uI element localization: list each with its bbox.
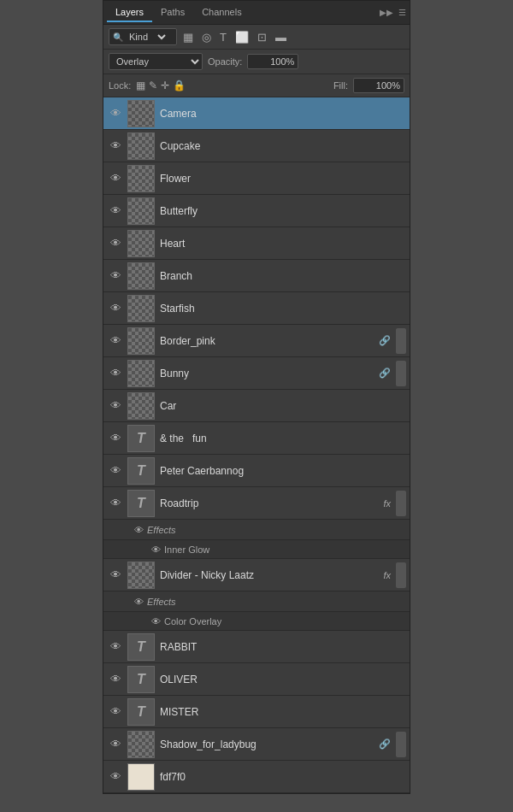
layer-row[interactable]: 👁 T Peter Caerbannog — [103, 455, 410, 487]
layer-row[interactable]: 👁 Shadow_for_ladybug 🔗 — [103, 728, 410, 761]
lock-position-icon[interactable]: ✛ — [161, 79, 169, 91]
eye-icon[interactable]: 👁 — [110, 367, 121, 380]
layer-visibility[interactable]: 👁 — [103, 432, 127, 444]
layer-row[interactable]: 👁 Heart — [103, 227, 410, 260]
opacity-input[interactable] — [247, 54, 298, 69]
menu-icon[interactable]: ☰ — [398, 8, 406, 17]
scroll-indicator — [396, 491, 406, 516]
tab-channels[interactable]: Channels — [193, 3, 250, 22]
search-icon: 🔍 — [113, 32, 123, 42]
layer-visibility[interactable]: 👁 — [103, 172, 127, 185]
fill-input[interactable] — [353, 78, 404, 93]
eye-icon[interactable]: 👁 — [110, 399, 121, 412]
layer-row[interactable]: 👁 Cupcake — [103, 130, 410, 162]
eye-icon[interactable]: 👁 — [110, 568, 121, 581]
layer-name: Starfish — [160, 303, 406, 315]
eye-icon[interactable]: 👁 — [110, 107, 121, 120]
effect-eye-icon[interactable]: 👁 — [151, 616, 161, 627]
layer-thumbnail: T — [127, 698, 155, 726]
eye-icon[interactable]: 👁 — [110, 497, 121, 509]
fx-badge: fx — [383, 570, 391, 580]
layer-thumbnail: T — [127, 457, 155, 485]
eye-icon[interactable]: 👁 — [110, 172, 121, 185]
layer-visibility[interactable]: 👁 — [103, 399, 127, 412]
layer-visibility[interactable]: 👁 — [103, 705, 127, 718]
effects-row[interactable]: 👁 Effects — [103, 591, 410, 612]
layer-visibility[interactable]: 👁 — [103, 464, 127, 477]
effect-item-row[interactable]: 👁 Inner Glow — [103, 540, 410, 559]
layer-name: OLIVER — [160, 674, 406, 685]
eye-icon[interactable]: 👁 — [110, 738, 121, 750]
layer-row[interactable]: 👁 T RABBIT — [103, 631, 410, 663]
layer-visibility[interactable]: 👁 — [103, 334, 127, 347]
layer-visibility[interactable]: 👁 — [103, 107, 127, 120]
layer-row[interactable]: 👁 Bunny 🔗 — [103, 357, 410, 390]
eye-icon[interactable]: 👁 — [110, 334, 121, 347]
layer-name: RABBIT — [160, 641, 406, 653]
layer-row[interactable]: 👁 T & the fun — [103, 422, 410, 455]
layer-row[interactable]: 👁 Starfish — [103, 292, 410, 325]
layer-row[interactable]: 👁 Flower — [103, 162, 410, 195]
layer-visibility[interactable]: 👁 — [103, 302, 127, 315]
eye-icon[interactable]: 👁 — [110, 770, 121, 783]
layer-visibility[interactable]: 👁 — [103, 237, 127, 250]
effect-name: Inner Glow — [164, 544, 209, 555]
layer-visibility[interactable]: 👁 — [103, 497, 127, 509]
eye-icon[interactable]: 👁 — [110, 204, 121, 217]
layer-visibility[interactable]: 👁 — [103, 568, 127, 581]
video-filter-icon[interactable]: ▬ — [273, 29, 289, 45]
layer-row[interactable]: 👁 T Roadtrip fx — [103, 487, 410, 520]
layer-thumbnail: T — [127, 633, 155, 661]
lock-all-icon[interactable]: 🔒 — [173, 79, 186, 91]
layer-row[interactable]: 👁 Camera — [103, 97, 410, 130]
forward-icon[interactable]: ▶▶ — [380, 8, 393, 17]
kind-select[interactable]: Kind Name Effect Mode Attribute Color — [126, 31, 168, 43]
layer-row[interactable]: 👁 Butterfly — [103, 195, 410, 227]
layer-name: MISTER — [160, 706, 406, 718]
layer-row[interactable]: 👁 Car — [103, 390, 410, 422]
blend-mode-select[interactable]: Overlay Normal Multiply Screen — [109, 53, 203, 70]
effects-eye-icon[interactable]: 👁 — [134, 597, 144, 607]
eye-icon[interactable]: 👁 — [110, 705, 121, 718]
effects-row[interactable]: 👁 Effects — [103, 520, 410, 540]
tab-layers[interactable]: Layers — [107, 3, 152, 22]
layer-visibility[interactable]: 👁 — [103, 204, 127, 217]
eye-icon[interactable]: 👁 — [110, 640, 121, 653]
layer-visibility[interactable]: 👁 — [103, 640, 127, 653]
eye-icon[interactable]: 👁 — [110, 673, 121, 685]
lock-row: Lock: ▦ ✎ ✛ 🔒 Fill: — [103, 74, 410, 97]
smart-filter-icon[interactable]: ⊡ — [255, 29, 269, 45]
layer-visibility[interactable]: 👁 — [103, 738, 127, 750]
layer-visibility[interactable]: 👁 — [103, 673, 127, 685]
layer-row[interactable]: 👁 T MISTER — [103, 696, 410, 728]
eye-icon[interactable]: 👁 — [110, 464, 121, 477]
effects-eye-icon[interactable]: 👁 — [134, 525, 144, 535]
effect-item-row[interactable]: 👁 Color Overlay — [103, 612, 410, 631]
layer-visibility[interactable]: 👁 — [103, 269, 127, 282]
lock-image-icon[interactable]: ✎ — [149, 79, 157, 91]
layer-thumbnail: T — [127, 666, 155, 693]
tab-paths[interactable]: Paths — [152, 3, 193, 22]
adjustment-filter-icon[interactable]: ◎ — [199, 29, 214, 45]
layer-visibility[interactable]: 👁 — [103, 367, 127, 380]
eye-icon[interactable]: 👁 — [110, 237, 121, 250]
layer-row[interactable]: 👁 Branch — [103, 260, 410, 292]
lock-transparent-icon[interactable]: ▦ — [136, 79, 145, 91]
layer-row[interactable]: 👁 fdf7f0 — [103, 761, 410, 793]
effect-eye-icon[interactable]: 👁 — [151, 544, 161, 555]
eye-icon[interactable]: 👁 — [110, 269, 121, 282]
image-filter-icon[interactable]: ▦ — [180, 29, 196, 45]
layer-visibility[interactable]: 👁 — [103, 770, 127, 783]
layer-visibility[interactable]: 👁 — [103, 139, 127, 152]
layer-thumbnail — [127, 132, 155, 160]
shape-filter-icon[interactable]: ⬜ — [233, 29, 251, 45]
layer-thumbnail — [127, 763, 155, 791]
layer-thumbnail — [127, 230, 155, 257]
text-filter-icon[interactable]: T — [217, 29, 229, 45]
eye-icon[interactable]: 👁 — [110, 302, 121, 315]
eye-icon[interactable]: 👁 — [110, 139, 121, 152]
layer-row[interactable]: 👁 Border_pink 🔗 — [103, 325, 410, 357]
layer-row[interactable]: 👁 Divider - Nicky Laatz fx — [103, 559, 410, 591]
layer-row[interactable]: 👁 T OLIVER — [103, 663, 410, 696]
eye-icon[interactable]: 👁 — [110, 432, 121, 444]
